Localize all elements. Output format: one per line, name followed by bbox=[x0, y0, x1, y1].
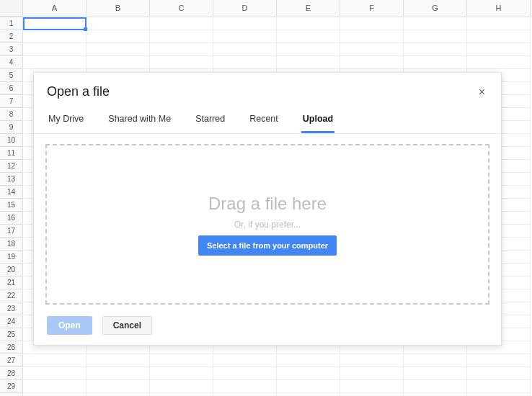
column-header[interactable]: G bbox=[404, 0, 467, 17]
column-header[interactable]: B bbox=[87, 0, 150, 17]
select-all-corner[interactable] bbox=[0, 0, 23, 17]
row-header[interactable]: 29 bbox=[0, 380, 23, 393]
cell[interactable] bbox=[340, 354, 404, 367]
cell[interactable] bbox=[213, 367, 277, 380]
cell[interactable] bbox=[150, 43, 213, 56]
row-header[interactable]: 12 bbox=[0, 160, 23, 173]
row-header[interactable]: 4 bbox=[0, 56, 23, 69]
cell[interactable] bbox=[150, 17, 213, 30]
cell[interactable] bbox=[467, 30, 531, 43]
cell[interactable] bbox=[340, 43, 404, 56]
row-header[interactable]: 22 bbox=[0, 289, 23, 302]
cell[interactable] bbox=[277, 367, 340, 380]
row-header[interactable]: 8 bbox=[0, 108, 23, 121]
close-icon[interactable]: × bbox=[476, 85, 488, 99]
row-header[interactable]: 9 bbox=[0, 121, 23, 134]
cell[interactable] bbox=[23, 56, 87, 69]
cell[interactable] bbox=[23, 354, 87, 367]
cell[interactable] bbox=[150, 393, 213, 396]
tab-recent[interactable]: Recent bbox=[248, 108, 280, 133]
cell[interactable] bbox=[467, 56, 531, 69]
cell[interactable] bbox=[87, 393, 150, 396]
cell[interactable] bbox=[87, 17, 150, 30]
cell[interactable] bbox=[150, 56, 213, 69]
cell[interactable] bbox=[277, 43, 340, 56]
cell[interactable] bbox=[277, 56, 340, 69]
cell[interactable] bbox=[213, 56, 277, 69]
cell[interactable] bbox=[467, 393, 531, 396]
tab-my-drive[interactable]: My Drive bbox=[47, 108, 85, 133]
cell[interactable] bbox=[213, 43, 277, 56]
cell[interactable] bbox=[23, 393, 87, 396]
cell[interactable] bbox=[467, 354, 531, 367]
column-header[interactable]: C bbox=[150, 0, 213, 17]
row-header[interactable]: 20 bbox=[0, 264, 23, 276]
cell[interactable] bbox=[404, 354, 467, 367]
cell[interactable] bbox=[404, 17, 467, 30]
row-header[interactable]: 13 bbox=[0, 173, 23, 186]
cell[interactable] bbox=[277, 380, 340, 393]
row-header[interactable]: 28 bbox=[0, 367, 23, 380]
row-header[interactable]: 5 bbox=[0, 69, 23, 82]
row-header[interactable]: 3 bbox=[0, 43, 23, 56]
cell[interactable] bbox=[150, 380, 213, 393]
cell[interactable] bbox=[277, 30, 340, 43]
cell[interactable] bbox=[87, 43, 150, 56]
row-header[interactable]: 23 bbox=[0, 302, 23, 315]
row-header[interactable]: 17 bbox=[0, 225, 23, 238]
row-header[interactable]: 6 bbox=[0, 82, 23, 95]
cell[interactable] bbox=[23, 43, 87, 56]
cell[interactable] bbox=[150, 367, 213, 380]
cell[interactable] bbox=[213, 380, 277, 393]
cell[interactable] bbox=[150, 30, 213, 43]
cell[interactable] bbox=[87, 367, 150, 380]
cell[interactable] bbox=[467, 17, 531, 30]
row-header[interactable]: 15 bbox=[0, 199, 23, 212]
row-header[interactable]: 25 bbox=[0, 328, 23, 341]
upload-dropzone[interactable]: Drag a file here Or, if you prefer... Se… bbox=[45, 144, 489, 305]
tab-shared-with-me[interactable]: Shared with Me bbox=[107, 108, 172, 133]
cell[interactable] bbox=[213, 17, 277, 30]
cell[interactable] bbox=[340, 30, 404, 43]
tab-upload[interactable]: Upload bbox=[301, 108, 334, 133]
cancel-button[interactable]: Cancel bbox=[102, 316, 152, 335]
cell[interactable] bbox=[404, 30, 467, 43]
cell[interactable] bbox=[340, 17, 404, 30]
cell[interactable] bbox=[404, 380, 467, 393]
column-header[interactable]: F bbox=[340, 0, 404, 17]
cell[interactable] bbox=[404, 43, 467, 56]
cell[interactable] bbox=[340, 380, 404, 393]
cell[interactable] bbox=[277, 17, 340, 30]
cell[interactable] bbox=[277, 354, 340, 367]
select-file-button[interactable]: Select a file from your computer bbox=[198, 235, 337, 256]
cell[interactable] bbox=[87, 30, 150, 43]
cell[interactable] bbox=[404, 56, 467, 69]
column-header[interactable]: E bbox=[277, 0, 340, 17]
row-header[interactable]: 27 bbox=[0, 354, 23, 367]
row-header[interactable]: 10 bbox=[0, 134, 23, 147]
row-header[interactable]: 7 bbox=[0, 95, 23, 108]
row-header[interactable]: 1 bbox=[0, 17, 23, 30]
row-header[interactable]: 2 bbox=[0, 30, 23, 43]
cell[interactable] bbox=[340, 393, 404, 396]
row-header[interactable]: 19 bbox=[0, 251, 23, 264]
open-button[interactable]: Open bbox=[47, 316, 92, 335]
cell[interactable] bbox=[467, 367, 531, 380]
row-header[interactable]: 26 bbox=[0, 341, 23, 354]
cell[interactable] bbox=[150, 354, 213, 367]
cell[interactable] bbox=[213, 354, 277, 367]
row-header[interactable]: 18 bbox=[0, 238, 23, 251]
cell[interactable] bbox=[23, 367, 87, 380]
row-header[interactable]: 16 bbox=[0, 212, 23, 225]
cell[interactable] bbox=[467, 43, 531, 56]
row-header[interactable]: 14 bbox=[0, 186, 23, 199]
row-header[interactable]: 24 bbox=[0, 315, 23, 328]
cell[interactable] bbox=[87, 354, 150, 367]
cell[interactable] bbox=[340, 56, 404, 69]
cell[interactable] bbox=[404, 393, 467, 396]
cell[interactable] bbox=[467, 380, 531, 393]
column-header[interactable]: D bbox=[213, 0, 277, 17]
cell[interactable] bbox=[23, 17, 87, 30]
cell[interactable] bbox=[213, 393, 277, 396]
tab-starred[interactable]: Starred bbox=[194, 108, 226, 133]
